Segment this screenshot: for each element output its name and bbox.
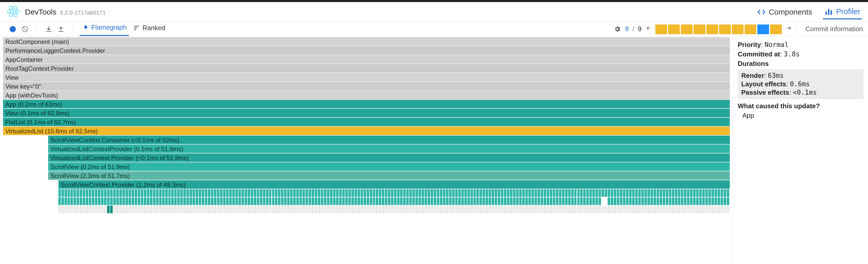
flame-leaf-cell[interactable] — [135, 189, 138, 197]
flame-leaf-cell[interactable] — [608, 197, 611, 205]
flame-leaf-cell[interactable] — [186, 197, 189, 205]
flame-leaf-cell[interactable] — [351, 206, 354, 213]
flame-leaf-cell[interactable] — [336, 189, 339, 197]
flame-leaf-cell[interactable] — [64, 189, 68, 197]
flame-leaf-cell[interactable] — [382, 206, 385, 213]
flame-leaf-cell[interactable] — [409, 197, 412, 205]
flame-leaf-cell[interactable] — [559, 189, 562, 197]
flame-leaf-cell[interactable] — [186, 206, 189, 213]
flame-leaf-cell[interactable] — [208, 206, 211, 213]
flame-leaf-cell[interactable] — [705, 206, 708, 213]
flame-leaf-cell[interactable] — [342, 206, 345, 213]
flame-leaf-cell[interactable] — [354, 189, 358, 197]
flame-leaf-cell[interactable] — [189, 206, 192, 213]
flame-leaf-cell[interactable] — [727, 197, 730, 205]
flame-leaf-cell[interactable] — [574, 206, 577, 213]
flame-leaf-cell[interactable] — [449, 206, 452, 213]
flame-leaf-cell[interactable] — [708, 206, 711, 213]
flame-leaf-cell[interactable] — [327, 197, 330, 205]
flame-leaf-cell[interactable] — [693, 197, 696, 205]
flame-leaf-cell[interactable] — [180, 197, 183, 205]
commit-bar[interactable] — [757, 25, 769, 34]
flame-bar[interactable]: View — [3, 73, 730, 81]
flame-leaf-cell[interactable] — [394, 206, 397, 213]
flame-leaf-cell[interactable] — [467, 189, 470, 197]
flame-leaf-cell[interactable] — [348, 189, 351, 197]
flame-leaf-cell[interactable] — [571, 206, 574, 213]
flame-leaf-cell[interactable] — [165, 197, 168, 205]
flame-leaf-cell[interactable] — [92, 197, 95, 205]
flame-leaf-cell[interactable] — [110, 206, 113, 213]
flame-leaf-cell[interactable] — [68, 197, 71, 205]
update-cause[interactable]: App — [742, 111, 754, 119]
flame-leaf-cell[interactable] — [663, 206, 666, 213]
flame-leaf-cell[interactable] — [681, 197, 684, 205]
flame-leaf-cell[interactable] — [562, 189, 565, 197]
flame-leaf-cell[interactable] — [245, 197, 248, 205]
flame-leaf-cell[interactable] — [592, 206, 595, 213]
flame-leaf-cell[interactable] — [516, 197, 519, 205]
flame-leaf-cell[interactable] — [159, 189, 162, 197]
flame-leaf-cell[interactable] — [504, 189, 507, 197]
flame-leaf-cell[interactable] — [455, 189, 458, 197]
flame-leaf-cell[interactable] — [263, 189, 266, 197]
flame-leaf-cell[interactable] — [437, 197, 440, 205]
flame-leaf-cell[interactable] — [83, 197, 86, 205]
flame-leaf-cell[interactable] — [601, 189, 604, 197]
flame-leaf-cell[interactable] — [86, 206, 89, 213]
flame-leaf-cell[interactable] — [718, 197, 721, 205]
flame-bar[interactable]: ScrollViewContext.Provider (1.2ms of 49.… — [58, 180, 730, 189]
flame-leaf-cell[interactable] — [513, 189, 516, 197]
flame-leaf-cell[interactable] — [141, 189, 144, 197]
flame-bar[interactable]: VirtualizedList (10.6ms of 62.5ms) — [3, 127, 730, 135]
flame-leaf-cell[interactable] — [467, 197, 470, 205]
flame-leaf-cell[interactable] — [589, 197, 592, 205]
flame-leaf-cell[interactable] — [324, 206, 327, 213]
flame-leaf-cell[interactable] — [443, 206, 446, 213]
flame-leaf-cell[interactable] — [601, 197, 604, 205]
flame-leaf-cell[interactable] — [275, 197, 278, 205]
flame-leaf-cell[interactable] — [376, 206, 379, 213]
flame-leaf-cell[interactable] — [266, 197, 269, 205]
flame-leaf-cell[interactable] — [275, 189, 278, 197]
flame-leaf-cell[interactable] — [202, 189, 205, 197]
flame-leaf-cell[interactable] — [672, 206, 675, 213]
flame-leaf-cell[interactable] — [122, 197, 125, 205]
flame-leaf-cell[interactable] — [174, 206, 177, 213]
flame-leaf-cell[interactable] — [522, 206, 525, 213]
flame-leaf-cell[interactable] — [528, 189, 531, 197]
flame-leaf-cell[interactable] — [684, 197, 687, 205]
flame-leaf-cell[interactable] — [510, 206, 513, 213]
flame-leaf-cell[interactable] — [650, 189, 654, 197]
flame-leaf-cell[interactable] — [571, 189, 574, 197]
flame-leaf-cell[interactable] — [641, 206, 644, 213]
flame-leaf-cell[interactable] — [577, 197, 580, 205]
flame-leaf-cell[interactable] — [446, 206, 449, 213]
flame-leaf-cell[interactable] — [229, 197, 232, 205]
flame-leaf-cell[interactable] — [58, 197, 61, 205]
flame-leaf-cell[interactable] — [171, 197, 174, 205]
flame-leaf-cell[interactable] — [339, 206, 342, 213]
flame-leaf-cell[interactable] — [153, 197, 156, 205]
flame-leaf-cell[interactable] — [611, 206, 614, 213]
flame-leaf-cell[interactable] — [449, 197, 452, 205]
flame-leaf-cell[interactable] — [519, 189, 522, 197]
flame-leaf-cell[interactable] — [650, 197, 654, 205]
flame-leaf-cell[interactable] — [446, 189, 449, 197]
flame-leaf-cell[interactable] — [669, 206, 672, 213]
flame-leaf-cell[interactable] — [595, 197, 598, 205]
flame-leaf-cell[interactable] — [525, 206, 528, 213]
flame-leaf-cell[interactable] — [348, 206, 351, 213]
flame-leaf-cell[interactable] — [358, 206, 361, 213]
flame-leaf-cell[interactable] — [345, 197, 348, 205]
flame-leaf-cell[interactable] — [351, 197, 354, 205]
clear-button[interactable] — [20, 24, 30, 34]
flame-leaf-cell[interactable] — [192, 189, 195, 197]
flame-leaf-cell[interactable] — [422, 206, 425, 213]
flame-leaf-cell[interactable] — [714, 197, 718, 205]
flame-leaf-cell[interactable] — [403, 206, 406, 213]
flame-leaf-cell[interactable] — [125, 197, 128, 205]
flame-leaf-cell[interactable] — [501, 197, 504, 205]
flame-leaf-cell[interactable] — [412, 197, 415, 205]
flame-leaf-cell[interactable] — [611, 189, 614, 197]
